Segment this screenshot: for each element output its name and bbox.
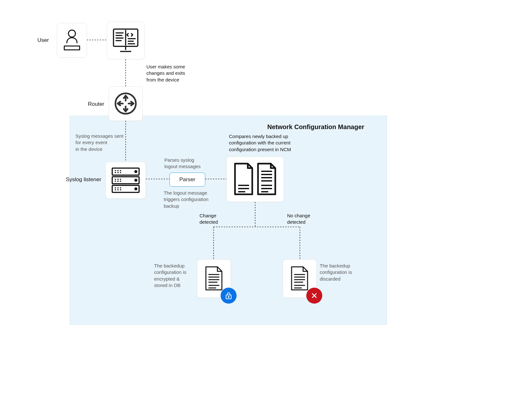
logout-trigger-caption: The logout message triggers configuratio…	[164, 190, 208, 209]
parser-label: Parser	[179, 176, 195, 183]
terminal-monitor-icon	[112, 27, 139, 54]
user-at-desk-icon	[62, 29, 82, 52]
svg-point-47	[135, 179, 137, 181]
document-icon	[290, 266, 309, 292]
svg-point-66	[228, 297, 229, 298]
document-pair-node	[226, 157, 284, 202]
user-label: User	[37, 37, 49, 43]
router-node	[109, 86, 143, 121]
user-exit-caption: User makes some changes and exits from t…	[146, 64, 185, 83]
document-icon	[204, 266, 224, 292]
ncm-title: Network Configuration Manager	[267, 123, 364, 131]
svg-point-46	[135, 171, 137, 173]
server-stack-icon	[111, 167, 140, 194]
svg-point-48	[135, 188, 137, 190]
parses-syslog-caption: Parses syslog logout messages	[164, 157, 200, 170]
discarded-caption: The backedup configuration is discarded	[320, 263, 352, 282]
syslog-listener-node	[106, 162, 146, 199]
parser-node: Parser	[169, 173, 205, 187]
no-change-detected-caption: No change detected	[287, 213, 310, 226]
syslog-listener-label: Syslog listener	[66, 176, 101, 183]
x-badge	[306, 288, 322, 304]
router-icon	[114, 92, 137, 115]
compares-caption: Compares newly backed up configuration w…	[229, 133, 291, 153]
router-label: Router	[88, 101, 104, 107]
stored-in-db-caption: The backedup configuration is encrypted …	[154, 263, 186, 289]
lock-badge	[221, 288, 237, 304]
terminal-node	[107, 22, 145, 59]
x-icon	[311, 292, 318, 299]
lock-icon	[225, 291, 232, 300]
user-node	[57, 23, 87, 58]
change-detected-caption: Change detected	[199, 213, 218, 226]
syslog-sent-caption: Syslog messages sent for every event in …	[75, 133, 123, 152]
document-pair-icon	[232, 162, 278, 197]
